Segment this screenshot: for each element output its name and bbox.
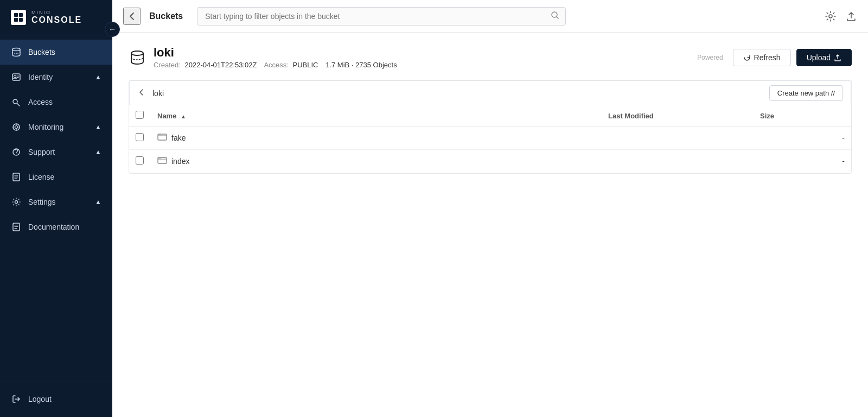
sidebar-item-label-logout: Logout [28, 395, 101, 403]
path-bar: loki Create new path // [129, 80, 851, 105]
th-modified-label: Last Modified [608, 112, 654, 120]
td-size-fake: - [754, 127, 851, 150]
th-name[interactable]: Name ▲ [151, 105, 602, 127]
sidebar-item-documentation[interactable]: Documentation [0, 214, 112, 239]
breadcrumb: Buckets [149, 11, 183, 21]
td-modified-fake [602, 127, 754, 150]
logo: MINIO CONSOLE [0, 0, 112, 35]
file-name-index: index [171, 157, 189, 166]
td-name-index[interactable]: index [151, 150, 602, 173]
bucket-metadata: Created: 2022-04-01T22:53:02Z Access: PU… [154, 61, 397, 69]
th-modified: Last Modified [602, 105, 754, 127]
sidebar-item-settings[interactable]: Settings ▲ [0, 189, 112, 214]
sidebar-collapse-button[interactable]: ← [105, 22, 120, 37]
sidebar-item-label-support: Support [28, 148, 88, 156]
sidebar-item-support[interactable]: Support ▲ [0, 140, 112, 165]
logo-text-stack: MINIO CONSOLE [31, 10, 82, 25]
sidebar-item-logout[interactable]: Logout [0, 387, 112, 412]
search-bar [197, 7, 566, 26]
upload-button[interactable]: Upload [796, 49, 852, 66]
td-modified-index [602, 150, 754, 173]
path-back-button[interactable] [137, 88, 146, 99]
th-select-all [129, 105, 151, 127]
logo-top: MINIO [31, 10, 82, 15]
bucket-name: loki [154, 46, 397, 60]
td-checkbox-index [129, 150, 151, 173]
svg-rect-3 [19, 18, 23, 22]
settings-gear-icon[interactable] [825, 10, 837, 22]
path-text: loki [152, 89, 769, 98]
td-checkbox-fake [129, 127, 151, 150]
monitoring-icon [11, 122, 22, 132]
powered-by: Powered [693, 52, 727, 64]
refresh-button[interactable]: Refresh [733, 49, 791, 66]
upload-label: Upload [807, 53, 831, 62]
topbar-actions [825, 10, 857, 22]
upload-topbar-icon[interactable] [845, 10, 857, 22]
sidebar-item-label-documentation: Documentation [28, 223, 101, 231]
bucket-header-icon [129, 49, 146, 66]
table-row: index - [129, 150, 851, 173]
documentation-icon [11, 222, 22, 232]
sidebar-item-label-buckets: Buckets [28, 48, 101, 56]
row-checkbox-fake[interactable] [136, 133, 144, 141]
td-name-fake[interactable]: fake [151, 127, 602, 150]
size-objects: 1.7 MiB · 2735 Objects [326, 61, 397, 69]
bucket-info: loki Created: 2022-04-01T22:53:02Z Acces… [154, 46, 397, 69]
bucket-header: loki Created: 2022-04-01T22:53:02Z Acces… [129, 46, 852, 69]
identity-icon [11, 72, 22, 83]
sidebar-item-monitoring[interactable]: Monitoring ▲ [0, 115, 112, 140]
search-icon [551, 11, 559, 22]
sidebar-item-access[interactable]: Access [0, 90, 112, 115]
folder-icon-fake [157, 132, 167, 144]
logo-bottom: CONSOLE [31, 15, 82, 25]
main-content: Buckets [112, 0, 868, 417]
access-label: Access: [264, 61, 289, 69]
th-size-label: Size [760, 112, 774, 120]
support-icon [11, 147, 22, 157]
bucket-icon [11, 47, 22, 58]
sidebar-item-identity[interactable]: Identity ▲ [0, 65, 112, 90]
svg-point-6 [14, 75, 16, 78]
file-table-body: fake - [129, 127, 851, 173]
th-size: Size [754, 105, 851, 127]
refresh-label: Refresh [754, 53, 781, 62]
file-browser: loki Create new path // Name ▲ [129, 80, 852, 174]
svg-point-4 [12, 48, 20, 51]
file-table-header: Name ▲ Last Modified Size [129, 105, 851, 127]
identity-chevron: ▲ [95, 73, 101, 81]
license-icon [11, 172, 22, 182]
search-input[interactable] [197, 7, 566, 26]
logo-icon [11, 10, 26, 25]
svg-point-9 [15, 126, 18, 129]
sidebar-bottom: Logout [0, 382, 112, 417]
sidebar-nav: Buckets Identity ▲ A [0, 35, 112, 382]
sidebar-item-buckets[interactable]: Buckets [0, 40, 112, 65]
svg-rect-2 [14, 18, 18, 22]
access-value: PUBLIC [293, 61, 318, 69]
sidebar-item-label-license: License [28, 173, 101, 181]
row-checkbox-index[interactable] [136, 156, 144, 165]
created-value: 2022-04-01T22:53:02Z [185, 61, 257, 69]
create-path-label: Create new path // [777, 89, 835, 97]
svg-point-13 [15, 201, 18, 204]
topbar: Buckets [112, 0, 868, 33]
th-name-label: Name [157, 112, 176, 120]
svg-rect-1 [19, 13, 23, 17]
sidebar-item-label-identity: Identity [28, 73, 88, 81]
back-button[interactable] [123, 8, 141, 25]
svg-point-11 [16, 154, 17, 155]
sidebar-item-label-monitoring: Monitoring [28, 123, 88, 131]
content-area: loki Created: 2022-04-01T22:53:02Z Acces… [112, 33, 868, 417]
logout-icon [11, 394, 22, 405]
svg-point-17 [131, 51, 143, 55]
monitoring-chevron: ▲ [95, 123, 101, 131]
sidebar-item-license[interactable]: License [0, 165, 112, 189]
sort-arrow-name: ▲ [181, 113, 186, 119]
select-all-checkbox[interactable] [136, 111, 144, 119]
svg-rect-0 [14, 13, 18, 17]
folder-icon-index [157, 155, 167, 167]
create-path-button[interactable]: Create new path // [769, 85, 843, 101]
svg-point-7 [13, 99, 17, 104]
support-chevron: ▲ [95, 148, 101, 156]
